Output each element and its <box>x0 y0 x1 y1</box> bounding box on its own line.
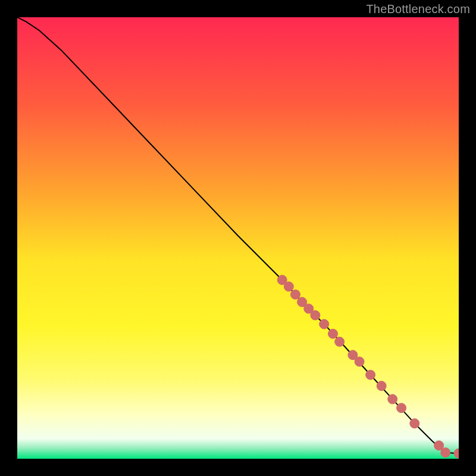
data-point <box>320 320 329 329</box>
data-point <box>410 419 419 428</box>
data-point <box>311 311 320 320</box>
data-point <box>377 381 386 391</box>
data-point <box>366 370 375 380</box>
data-point <box>397 403 406 413</box>
data-point <box>290 290 300 299</box>
plot-area <box>17 17 459 459</box>
data-point <box>441 448 450 458</box>
data-point <box>335 337 345 346</box>
chart-frame: TheBottleneck.com <box>0 0 476 476</box>
data-point <box>355 357 364 367</box>
data-point <box>328 329 338 339</box>
attribution-text: TheBottleneck.com <box>366 2 470 16</box>
data-point <box>388 394 397 404</box>
data-point <box>284 282 293 292</box>
plot-svg <box>17 17 459 459</box>
gradient-background <box>17 17 459 459</box>
